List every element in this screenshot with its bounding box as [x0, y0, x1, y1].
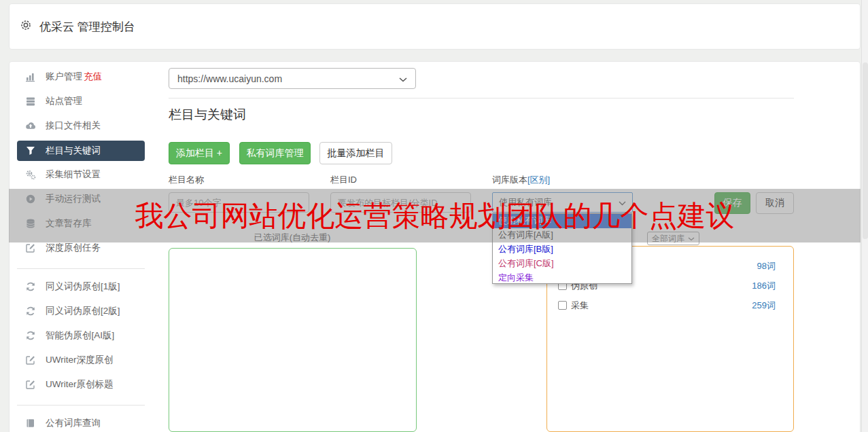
- sidebar-item-label: UWriter原创标题: [46, 378, 114, 391]
- option-targeted-collect[interactable]: 定向采集: [493, 270, 631, 285]
- sidebar-item-label: 栏目与关键词: [46, 145, 101, 157]
- sidebar-item-uwriter-title[interactable]: UWriter原创标题: [17, 374, 145, 395]
- sidebar-divider: [17, 405, 145, 406]
- sidebar-item-label: 站点管理: [46, 95, 82, 107]
- chevron-down-icon: [399, 73, 407, 84]
- sidebar-item-interface-files[interactable]: 接口文件相关: [17, 115, 145, 136]
- refresh-icon: [25, 330, 36, 341]
- word-count: 259词: [752, 300, 776, 312]
- lexicon-version-label: 词库版本[区别]: [492, 174, 550, 186]
- sidebar-item-label: 采集细节设置: [46, 168, 101, 181]
- sidebar-item-label: 公有词库查询: [46, 417, 101, 429]
- add-column-button[interactable]: 添加栏目 +: [169, 142, 230, 164]
- watermark-overlay: 我公司网站优化运营策略规划团队的几个点建议: [9, 189, 861, 242]
- gear-icon: [19, 18, 33, 35]
- selected-lexicon-box[interactable]: [169, 248, 417, 432]
- sidebar-item-public-lexicon-query[interactable]: 公有词库查询: [17, 413, 145, 432]
- column-name-label: 栏目名称: [169, 174, 204, 186]
- sidebar-item-uwriter-deep[interactable]: UWriter深度原创: [17, 350, 145, 370]
- edit-icon: [25, 355, 36, 365]
- refresh-icon: [25, 281, 36, 292]
- batch-add-button[interactable]: 批量添加栏目: [319, 142, 392, 164]
- word-count: 186词: [752, 280, 776, 292]
- book-icon: [25, 418, 36, 429]
- checkbox-collect[interactable]: [558, 301, 567, 310]
- column-id-label: 栏目ID: [330, 174, 357, 186]
- sidebar-item-label: 同义词伪原创[2版]: [46, 305, 120, 317]
- sidebar-item-sites[interactable]: 站点管理: [17, 91, 145, 111]
- sidebar-item-synonym-v2[interactable]: 同义词伪原创[2版]: [17, 301, 145, 321]
- lexicon-row-label: 采集: [571, 300, 589, 312]
- edit-icon: [25, 379, 36, 390]
- scrollbar-thumb[interactable]: [863, 62, 868, 239]
- site-url-select[interactable]: https://www.ucaiyun.com: [169, 68, 416, 89]
- refresh-icon: [25, 306, 36, 317]
- sidebar-item-label: 深度原创任务: [46, 242, 101, 254]
- page-title: 栏目与关键词: [169, 106, 246, 124]
- recharge-badge[interactable]: 充值: [84, 71, 102, 82]
- app-title-wrap: 优采云 管理控制台: [19, 18, 135, 35]
- sidebar-item-smart-ai[interactable]: 智能伪原创[AI版]: [17, 325, 145, 346]
- sidebar-item-label: 智能伪原创[AI版]: [46, 329, 114, 342]
- app-header: 优采云 管理控制台: [9, 3, 861, 50]
- private-lexicon-button[interactable]: 私有词库管理: [239, 142, 311, 164]
- sidebar-item-label: 同义词伪原创[1版]: [46, 281, 120, 293]
- word-count: 98词: [757, 260, 776, 272]
- funnel-icon: [25, 145, 36, 156]
- cloud-upload-icon: [25, 120, 36, 131]
- lexicon-row[interactable]: 采集 259词: [547, 295, 793, 315]
- sidebar-item-label: 账户管理充值: [46, 71, 102, 83]
- server-icon: [25, 96, 36, 107]
- option-public-c[interactable]: 公有词库[C版]: [493, 256, 631, 270]
- sidebar-item-collect-settings[interactable]: 采集细节设置: [17, 164, 145, 185]
- watermark-text: 我公司网站优化运营策略规划团队的几个点建议: [135, 197, 735, 235]
- version-diff-link[interactable]: [区别]: [527, 175, 550, 185]
- option-public-b[interactable]: 公有词库[B版]: [493, 242, 631, 257]
- sidebar-item-synonym-v1[interactable]: 同义词伪原创[1版]: [17, 276, 145, 297]
- sidebar-divider: [17, 268, 145, 269]
- sidebar-item-label: 接口文件相关: [46, 120, 101, 132]
- sidebar-item-label: UWriter深度原创: [46, 354, 114, 366]
- edit-icon: [25, 242, 36, 253]
- sidebar-item-account[interactable]: 账户管理充值: [17, 67, 145, 87]
- bar-chart-icon: [25, 71, 36, 82]
- sidebar-item-columns-keywords[interactable]: 栏目与关键词: [17, 141, 145, 161]
- content-divider: [169, 98, 794, 98]
- app-title: 优采云 管理控制台: [39, 19, 135, 35]
- vertical-scrollbar[interactable]: [861, 0, 868, 432]
- page: 优采云 管理控制台 账户管理充值 站点管理 接口文件相关 栏目与关键词 采集细节…: [0, 0, 868, 432]
- gears-icon: [25, 169, 36, 180]
- site-url-value: https://www.ucaiyun.com: [177, 73, 282, 84]
